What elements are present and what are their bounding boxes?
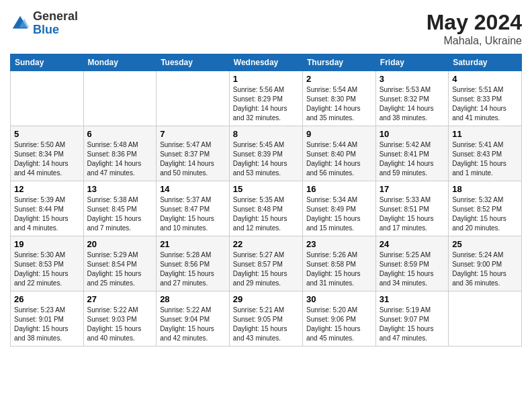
table-row: 13Sunrise: 5:38 AM Sunset: 8:45 PM Dayli… (83, 181, 157, 236)
table-row: 11Sunrise: 5:41 AM Sunset: 8:43 PM Dayli… (449, 126, 522, 181)
day-number: 5 (14, 129, 80, 139)
day-info: Sunrise: 5:29 AM Sunset: 8:54 PM Dayligh… (87, 250, 153, 288)
day-info: Sunrise: 5:33 AM Sunset: 8:51 PM Dayligh… (380, 195, 445, 233)
table-row: 1Sunrise: 5:56 AM Sunset: 8:29 PM Daylig… (229, 71, 302, 126)
day-info: Sunrise: 5:28 AM Sunset: 8:56 PM Dayligh… (160, 250, 226, 288)
day-number: 2 (306, 74, 372, 84)
page-header: General Blue May 2024 Mahala, Ukraine (10, 10, 522, 47)
table-row: 28Sunrise: 5:22 AM Sunset: 9:04 PM Dayli… (157, 291, 230, 347)
day-info: Sunrise: 5:56 AM Sunset: 8:29 PM Dayligh… (233, 85, 299, 123)
day-info: Sunrise: 5:35 AM Sunset: 8:48 PM Dayligh… (233, 195, 299, 233)
day-info: Sunrise: 5:44 AM Sunset: 8:40 PM Dayligh… (306, 140, 372, 178)
day-number: 25 (452, 239, 518, 249)
day-number: 20 (87, 239, 153, 249)
logo: General Blue (10, 10, 78, 37)
table-row: 16Sunrise: 5:34 AM Sunset: 8:49 PM Dayli… (302, 181, 375, 236)
weekday-header-friday: Friday (375, 54, 448, 71)
table-row: 20Sunrise: 5:29 AM Sunset: 8:54 PM Dayli… (83, 236, 157, 291)
day-info: Sunrise: 5:53 AM Sunset: 8:32 PM Dayligh… (380, 85, 445, 123)
day-info: Sunrise: 5:54 AM Sunset: 8:30 PM Dayligh… (306, 85, 372, 123)
day-number: 17 (380, 184, 445, 194)
day-info: Sunrise: 5:26 AM Sunset: 8:58 PM Dayligh… (306, 250, 372, 288)
table-row (11, 71, 84, 126)
day-number: 4 (452, 74, 518, 84)
logo-general-text: General (33, 10, 78, 24)
day-number: 16 (306, 184, 372, 194)
logo-blue-text: Blue (33, 24, 78, 37)
day-info: Sunrise: 5:48 AM Sunset: 8:36 PM Dayligh… (87, 140, 153, 178)
table-row: 5Sunrise: 5:50 AM Sunset: 8:34 PM Daylig… (11, 126, 84, 181)
day-number: 11 (452, 129, 518, 139)
day-number: 15 (233, 184, 299, 194)
day-info: Sunrise: 5:42 AM Sunset: 8:41 PM Dayligh… (380, 140, 445, 178)
calendar-table: SundayMondayTuesdayWednesdayThursdayFrid… (10, 54, 522, 347)
month-year-title: May 2024 (427, 10, 522, 35)
day-number: 29 (233, 294, 299, 304)
day-number: 22 (233, 239, 299, 249)
day-info: Sunrise: 5:39 AM Sunset: 8:44 PM Dayligh… (14, 195, 80, 233)
day-number: 27 (87, 294, 153, 304)
location-subtitle: Mahala, Ukraine (427, 35, 522, 47)
table-row: 7Sunrise: 5:47 AM Sunset: 8:37 PM Daylig… (157, 126, 230, 181)
day-info: Sunrise: 5:27 AM Sunset: 8:57 PM Dayligh… (233, 250, 299, 288)
day-number: 3 (380, 74, 445, 84)
day-info: Sunrise: 5:34 AM Sunset: 8:49 PM Dayligh… (306, 195, 372, 233)
day-number: 6 (87, 129, 153, 139)
day-number: 9 (306, 129, 372, 139)
table-row: 19Sunrise: 5:30 AM Sunset: 8:53 PM Dayli… (11, 236, 84, 291)
day-info: Sunrise: 5:30 AM Sunset: 8:53 PM Dayligh… (14, 250, 80, 288)
day-number: 28 (160, 294, 226, 304)
day-number: 1 (233, 74, 299, 84)
table-row: 6Sunrise: 5:48 AM Sunset: 8:36 PM Daylig… (83, 126, 157, 181)
table-row (157, 71, 230, 126)
weekday-header-wednesday: Wednesday (229, 54, 302, 71)
table-row (449, 291, 522, 347)
day-number: 18 (452, 184, 518, 194)
table-row: 23Sunrise: 5:26 AM Sunset: 8:58 PM Dayli… (302, 236, 375, 291)
calendar-week-row: 19Sunrise: 5:30 AM Sunset: 8:53 PM Dayli… (11, 236, 522, 291)
day-number: 31 (380, 294, 445, 304)
table-row: 15Sunrise: 5:35 AM Sunset: 8:48 PM Dayli… (229, 181, 302, 236)
calendar-week-row: 26Sunrise: 5:23 AM Sunset: 9:01 PM Dayli… (11, 291, 522, 347)
table-row: 10Sunrise: 5:42 AM Sunset: 8:41 PM Dayli… (375, 126, 448, 181)
calendar-week-row: 1Sunrise: 5:56 AM Sunset: 8:29 PM Daylig… (11, 71, 522, 126)
table-row: 31Sunrise: 5:19 AM Sunset: 9:07 PM Dayli… (375, 291, 448, 347)
table-row: 22Sunrise: 5:27 AM Sunset: 8:57 PM Dayli… (229, 236, 302, 291)
day-number: 12 (14, 184, 80, 194)
table-row: 3Sunrise: 5:53 AM Sunset: 8:32 PM Daylig… (375, 71, 448, 126)
day-info: Sunrise: 5:37 AM Sunset: 8:47 PM Dayligh… (160, 195, 226, 233)
logo-icon (10, 13, 30, 34)
table-row: 17Sunrise: 5:33 AM Sunset: 8:51 PM Dayli… (375, 181, 448, 236)
table-row: 24Sunrise: 5:25 AM Sunset: 8:59 PM Dayli… (375, 236, 448, 291)
day-info: Sunrise: 5:41 AM Sunset: 8:43 PM Dayligh… (452, 140, 518, 178)
day-number: 26 (14, 294, 80, 304)
table-row: 27Sunrise: 5:22 AM Sunset: 9:03 PM Dayli… (83, 291, 157, 347)
logo-text: General Blue (33, 10, 78, 37)
table-row: 30Sunrise: 5:20 AM Sunset: 9:06 PM Dayli… (302, 291, 375, 347)
calendar-week-row: 5Sunrise: 5:50 AM Sunset: 8:34 PM Daylig… (11, 126, 522, 181)
day-info: Sunrise: 5:24 AM Sunset: 9:00 PM Dayligh… (452, 250, 518, 288)
day-info: Sunrise: 5:22 AM Sunset: 9:03 PM Dayligh… (87, 306, 153, 343)
table-row: 29Sunrise: 5:21 AM Sunset: 9:05 PM Dayli… (229, 291, 302, 347)
table-row: 21Sunrise: 5:28 AM Sunset: 8:56 PM Dayli… (157, 236, 230, 291)
weekday-header-thursday: Thursday (302, 54, 375, 71)
day-number: 14 (160, 184, 226, 194)
day-info: Sunrise: 5:45 AM Sunset: 8:39 PM Dayligh… (233, 140, 299, 178)
table-row: 8Sunrise: 5:45 AM Sunset: 8:39 PM Daylig… (229, 126, 302, 181)
table-row: 4Sunrise: 5:51 AM Sunset: 8:33 PM Daylig… (449, 71, 522, 126)
day-info: Sunrise: 5:25 AM Sunset: 8:59 PM Dayligh… (380, 250, 445, 288)
day-number: 30 (306, 294, 372, 304)
day-number: 7 (160, 129, 226, 139)
day-number: 21 (160, 239, 226, 249)
table-row: 14Sunrise: 5:37 AM Sunset: 8:47 PM Dayli… (157, 181, 230, 236)
day-number: 23 (306, 239, 372, 249)
table-row: 2Sunrise: 5:54 AM Sunset: 8:30 PM Daylig… (302, 71, 375, 126)
day-info: Sunrise: 5:19 AM Sunset: 9:07 PM Dayligh… (380, 306, 445, 343)
day-info: Sunrise: 5:50 AM Sunset: 8:34 PM Dayligh… (14, 140, 80, 178)
table-row: 12Sunrise: 5:39 AM Sunset: 8:44 PM Dayli… (11, 181, 84, 236)
table-row (83, 71, 157, 126)
weekday-header-monday: Monday (83, 54, 157, 71)
day-number: 13 (87, 184, 153, 194)
table-row: 25Sunrise: 5:24 AM Sunset: 9:00 PM Dayli… (449, 236, 522, 291)
weekday-header-sunday: Sunday (11, 54, 84, 71)
